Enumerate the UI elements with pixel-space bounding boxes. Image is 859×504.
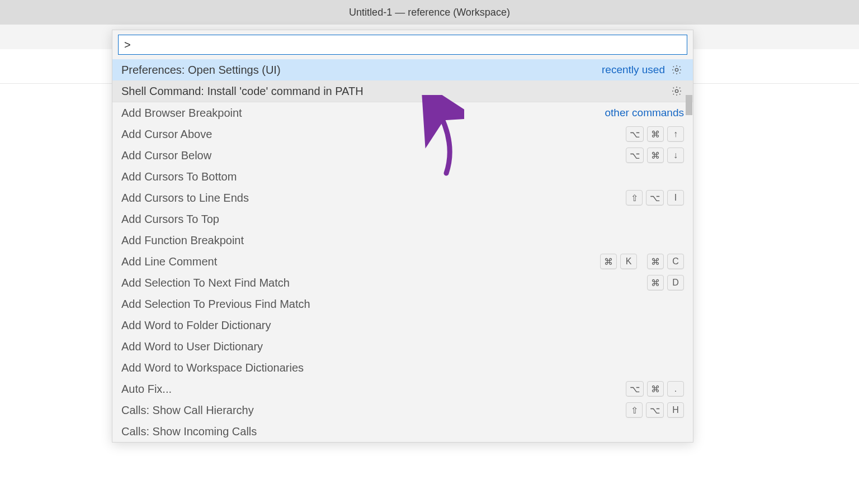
command-item-label: Add Word to Folder Dictionary <box>121 319 684 332</box>
command-item-right: ⌘D <box>641 275 684 291</box>
command-item[interactable]: Add Function Breakpoint <box>112 230 693 251</box>
command-item-right: ⌥⌘↓ <box>620 148 684 163</box>
command-item[interactable]: Add Cursors To Bottom <box>112 166 693 187</box>
shortcut-group: ⌘D <box>647 275 684 291</box>
shortcut-group: ⇧⌥H <box>626 402 684 418</box>
command-item-right: ⌥⌘↑ <box>620 126 684 142</box>
command-item[interactable]: Calls: Show Call Hierarchy⇧⌥H <box>112 400 693 421</box>
section-label: other commands <box>605 107 684 119</box>
command-palette-input[interactable] <box>118 35 687 55</box>
shortcut-key: ⌘ <box>647 254 664 269</box>
command-item[interactable]: Add Word to Folder Dictionary <box>112 315 693 336</box>
shortcut-key: ⌘ <box>647 275 664 291</box>
gear-icon[interactable] <box>669 84 684 98</box>
command-item-right: ⌥⌘. <box>620 381 684 397</box>
command-item-label: Add Browser Breakpoint <box>121 107 605 120</box>
shortcut-key: ⇧ <box>626 190 643 206</box>
shortcut-group: ⇧⌥I <box>626 190 684 206</box>
shortcut-key: ⌥ <box>646 190 664 206</box>
scrollbar-thumb[interactable] <box>686 95 692 115</box>
command-item[interactable]: Add Cursors To Top <box>112 208 693 230</box>
window-title: Untitled-1 — reference (Workspace) <box>349 7 510 18</box>
command-item-label: Add Selection To Previous Find Match <box>121 298 684 311</box>
shortcut-key: C <box>667 254 684 269</box>
shortcut-key: . <box>667 381 684 397</box>
command-item-right: ⇧⌥H <box>620 402 684 418</box>
shortcut-group: ⌥⌘. <box>626 381 684 397</box>
command-item-label: Calls: Show Call Hierarchy <box>121 404 620 417</box>
shortcut-key: ⌥ <box>646 402 664 418</box>
command-item[interactable]: Add Word to User Dictionary <box>112 336 693 357</box>
command-item[interactable]: Preferences: Open Settings (UI)recently … <box>112 59 693 80</box>
shortcut-key: K <box>620 254 637 269</box>
command-item-right: ⌘K⌘C <box>594 254 684 269</box>
command-item-label: Preferences: Open Settings (UI) <box>121 64 602 77</box>
command-item[interactable]: Add Cursor Above⌥⌘↑ <box>112 123 693 145</box>
command-item-right: recently used <box>602 63 684 77</box>
shortcut-key: ⌥ <box>626 148 644 163</box>
section-label: recently used <box>602 64 665 76</box>
command-item-right: ⇧⌥I <box>620 190 684 206</box>
shortcut-group: ⌥⌘↓ <box>626 148 684 163</box>
shortcut-key: I <box>667 190 684 206</box>
shortcut-key: H <box>667 402 684 418</box>
command-item-label: Add Cursors to Line Ends <box>121 192 620 205</box>
shortcut-key: ⌥ <box>626 126 644 142</box>
command-item-label: Auto Fix... <box>121 383 620 396</box>
shortcut-group: ⌥⌘↑ <box>626 126 684 142</box>
command-item[interactable]: Add Browser Breakpointother commands <box>112 102 693 123</box>
shortcut-key: ⌘ <box>647 126 664 142</box>
command-item-label: Add Word to User Dictionary <box>121 340 684 353</box>
command-palette: Preferences: Open Settings (UI)recently … <box>112 30 693 443</box>
command-palette-input-wrap <box>112 30 693 59</box>
gear-icon[interactable] <box>669 63 684 77</box>
command-item-right <box>669 84 684 98</box>
shortcut-group: ⌘C <box>647 254 684 269</box>
command-list: Preferences: Open Settings (UI)recently … <box>112 59 693 442</box>
shortcut-key: ⌘ <box>647 381 664 397</box>
shortcut-key: ↑ <box>667 126 684 142</box>
svg-point-1 <box>675 89 678 92</box>
shortcut-key: D <box>667 275 684 291</box>
shortcut-key: ↓ <box>667 148 684 163</box>
command-item-label: Add Cursor Above <box>121 128 620 141</box>
shortcut-group: ⌘K <box>600 254 637 269</box>
command-item[interactable]: Add Word to Workspace Dictionaries <box>112 357 693 378</box>
titlebar: Untitled-1 — reference (Workspace) <box>0 0 859 25</box>
command-item-label: Shell Command: Install 'code' command in… <box>121 85 669 98</box>
command-item[interactable]: Add Line Comment⌘K⌘C <box>112 251 693 272</box>
command-item[interactable]: Add Cursors to Line Ends⇧⌥I <box>112 187 693 208</box>
command-item-label: Add Line Comment <box>121 255 594 268</box>
command-item-label: Add Word to Workspace Dictionaries <box>121 362 684 374</box>
command-item-label: Add Cursor Below <box>121 149 620 162</box>
command-item-label: Add Cursors To Top <box>121 213 684 226</box>
svg-point-0 <box>675 68 678 71</box>
shortcut-key: ⌥ <box>626 381 644 397</box>
command-item-label: Add Selection To Next Find Match <box>121 277 641 289</box>
shortcut-key: ⇧ <box>626 402 643 418</box>
shortcut-key: ⌘ <box>647 148 664 163</box>
command-item[interactable]: Add Cursor Below⌥⌘↓ <box>112 145 693 166</box>
command-item-label: Add Cursors To Bottom <box>121 170 684 183</box>
command-item[interactable]: Add Selection To Next Find Match⌘D <box>112 272 693 293</box>
command-item-right: other commands <box>605 107 684 119</box>
command-item-label: Calls: Show Incoming Calls <box>121 425 684 438</box>
command-item[interactable]: Calls: Show Incoming Calls <box>112 421 693 442</box>
shortcut-key: ⌘ <box>600 254 617 269</box>
command-item[interactable]: Shell Command: Install 'code' command in… <box>112 80 693 102</box>
command-item[interactable]: Add Selection To Previous Find Match <box>112 293 693 315</box>
command-item-label: Add Function Breakpoint <box>121 234 684 247</box>
command-item[interactable]: Auto Fix...⌥⌘. <box>112 378 693 400</box>
